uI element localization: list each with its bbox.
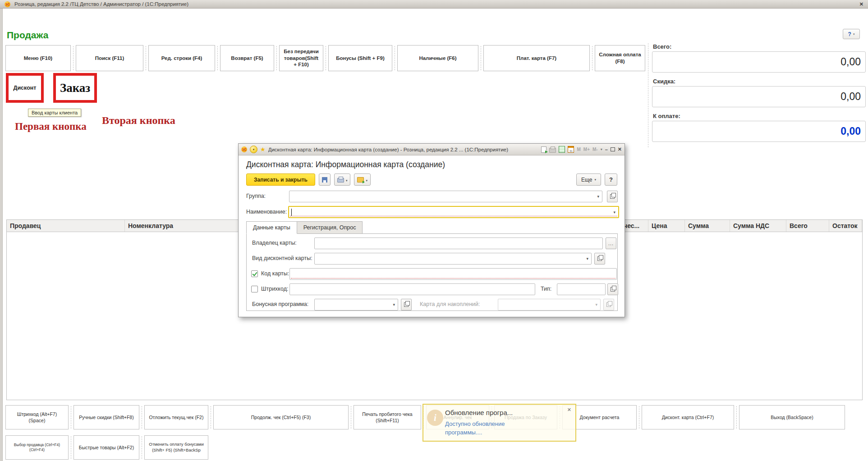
- exit-button[interactable]: Выход (BackSpace): [739, 405, 845, 429]
- help-button[interactable]: ?: [843, 29, 860, 39]
- tab-registration-survey[interactable]: Регистрация, Опрос: [297, 221, 363, 234]
- second-button-caption: Вторая кнопка: [102, 114, 175, 127]
- column-sum[interactable]: Сумма: [685, 220, 730, 232]
- chevron-down-icon: [366, 176, 367, 183]
- more-button[interactable]: Еще: [576, 173, 601, 186]
- total-sum-group: Всего: 0,00: [652, 43, 866, 73]
- discount-button-highlight[interactable]: Дисконт: [6, 73, 44, 103]
- continue-receipt-button[interactable]: Продолж. чек (Ctrl+F5) (F3): [213, 405, 349, 429]
- dashed-separator: [351, 406, 351, 429]
- discount-sum-group: Скидка: 0,00: [652, 78, 866, 107]
- menu-button[interactable]: Меню (F10): [5, 45, 71, 71]
- print-preview-icon[interactable]: [549, 148, 556, 153]
- accum-open-button[interactable]: [603, 299, 614, 310]
- client-card-tooltip: Ввод карты клиента: [28, 109, 81, 117]
- column-remainder[interactable]: Остаток: [829, 220, 862, 232]
- owner-input[interactable]: [314, 237, 603, 249]
- favorite-star-icon[interactable]: ★: [260, 146, 266, 152]
- dashed-separator: [395, 46, 395, 70]
- bonuses-button[interactable]: Бонусы (Shift + F9): [328, 45, 392, 71]
- code-input[interactable]: [289, 268, 617, 280]
- main-titlebar: 1С Розница, редакция 2.2 /ТЦ Детство / А…: [0, 0, 868, 9]
- minimize-icon[interactable]: –: [605, 147, 608, 152]
- tab-card-data[interactable]: Данные карты: [246, 221, 297, 234]
- column-total[interactable]: Всего: [786, 220, 829, 232]
- no-transfer-button[interactable]: Без передачи товаров(Shift + F10): [279, 45, 323, 71]
- group-input[interactable]: [289, 191, 602, 202]
- type-open-button[interactable]: [607, 283, 618, 295]
- update-notification[interactable]: i Обновление програ... ✕ Доступно обновл…: [423, 404, 576, 442]
- column-vat-sum[interactable]: Сумма НДС: [730, 220, 786, 232]
- discount-value-field: 0,00: [652, 86, 866, 107]
- choose-seller-button[interactable]: Выбор продавца (Ctrl+F4) (Ctrl+F4): [5, 435, 69, 460]
- kind-input[interactable]: [314, 253, 592, 265]
- calculator-icon[interactable]: [559, 146, 565, 153]
- close-icon[interactable]: ✕: [567, 407, 571, 413]
- edit-row-button[interactable]: Ред. строки (F4): [148, 45, 215, 71]
- window-left-edge: [0, 8, 3, 461]
- memory-m-minus-button[interactable]: M-: [592, 147, 598, 152]
- bonus-open-button[interactable]: [401, 299, 412, 310]
- barcode-checkbox[interactable]: [251, 286, 258, 292]
- column-price[interactable]: Цена: [648, 220, 685, 232]
- card-data-panel: Владелец карты: ... Вид дисконтной карты…: [246, 233, 618, 311]
- manual-discounts-button[interactable]: Ручные скидки (Shift+F8): [73, 405, 139, 429]
- group-label: Группа:: [246, 193, 266, 199]
- group-open-button[interactable]: [607, 191, 618, 202]
- memory-m-plus-button[interactable]: M+: [583, 147, 590, 152]
- open-form-icon: [610, 194, 615, 199]
- print-button[interactable]: [334, 173, 351, 186]
- info-bell-icon: i: [427, 410, 443, 426]
- notification-link[interactable]: Доступно обновление программы....: [445, 420, 540, 437]
- maximize-icon[interactable]: [611, 147, 615, 151]
- return-button[interactable]: Возврат (F5): [220, 45, 274, 71]
- type-label: Тип:: [541, 286, 551, 292]
- barcode-input[interactable]: [289, 283, 535, 295]
- dialog-titlebar: 1С ★ Дисконтная карта: Информационная ка…: [239, 144, 625, 155]
- system-menu-icon[interactable]: [250, 146, 257, 153]
- payment-card-button[interactable]: Плат. карта (F7): [483, 45, 590, 71]
- dialog-toolbar: Записать и закрыть Еще ?: [246, 173, 617, 186]
- open-related-button[interactable]: [354, 173, 371, 186]
- owner-row: Владелец карты: ...: [247, 237, 617, 249]
- dialog-heading: Дисконтная карта: Информационная карта (…: [246, 160, 445, 169]
- window-title: Розница, редакция 2.2 /ТЦ Детство / Адми…: [14, 1, 188, 7]
- bonus-input[interactable]: [314, 299, 398, 310]
- bottom-toolbar-row2: Выбор продавца (Ctrl+F4) (Ctrl+F4) Быстр…: [5, 435, 208, 460]
- folder-icon: [357, 177, 364, 183]
- export-doc-icon[interactable]: [541, 146, 547, 153]
- dashed-separator: [736, 406, 737, 429]
- postpone-receipt-button[interactable]: Отложить текущ.чек (F2): [144, 405, 208, 429]
- calendar-icon[interactable]: [568, 146, 574, 153]
- total-label: Всего:: [653, 43, 866, 50]
- accum-input[interactable]: [498, 299, 601, 310]
- printer-icon: [337, 178, 344, 183]
- kind-open-button[interactable]: [594, 253, 605, 265]
- memory-m-button[interactable]: M: [577, 147, 580, 152]
- column-seller[interactable]: Продавец: [7, 220, 125, 232]
- sale-toolbar: Меню (F10) Поиск (F11) Ред. строки (F4) …: [5, 45, 645, 71]
- save-button[interactable]: [319, 173, 331, 186]
- dialog-help-button[interactable]: ?: [605, 173, 617, 186]
- quick-goods-button[interactable]: Быстрые товары (Alt+F2): [73, 435, 139, 460]
- dialog-tabs: Данные карты Регистрация, Опрос: [246, 221, 363, 234]
- search-button[interactable]: Поиск (F11): [76, 45, 143, 71]
- name-input[interactable]: [288, 206, 619, 218]
- discount-card-button[interactable]: Дисконт. карта (Ctrl+F7): [642, 405, 734, 429]
- barcode-button[interactable]: Штрихкод (Alt+F7) (Space): [5, 405, 69, 429]
- close-icon[interactable]: ✕: [859, 1, 863, 7]
- print-punched-receipt-button[interactable]: Печать пробитого чека (Shift+F11): [354, 405, 421, 429]
- save-and-close-button[interactable]: Записать и закрыть: [246, 173, 315, 186]
- close-icon[interactable]: ✕: [618, 146, 622, 152]
- code-checkbox[interactable]: [251, 270, 258, 277]
- type-input[interactable]: [557, 283, 606, 295]
- dashed-separator: [142, 436, 142, 459]
- owner-more-button[interactable]: ...: [606, 237, 616, 249]
- dashed-separator: [217, 46, 218, 70]
- order-button-highlight[interactable]: Заказ: [53, 73, 97, 103]
- cancel-bonus-payment-button[interactable]: Отменить оплату бонусами (Shift+ F5) (Sh…: [144, 435, 208, 460]
- chevron-down-icon[interactable]: ▾: [601, 147, 602, 151]
- cash-button[interactable]: Наличные (F6): [397, 45, 478, 71]
- dashed-separator: [481, 46, 481, 70]
- complex-payment-button[interactable]: Сложная оплата (F8): [595, 45, 645, 71]
